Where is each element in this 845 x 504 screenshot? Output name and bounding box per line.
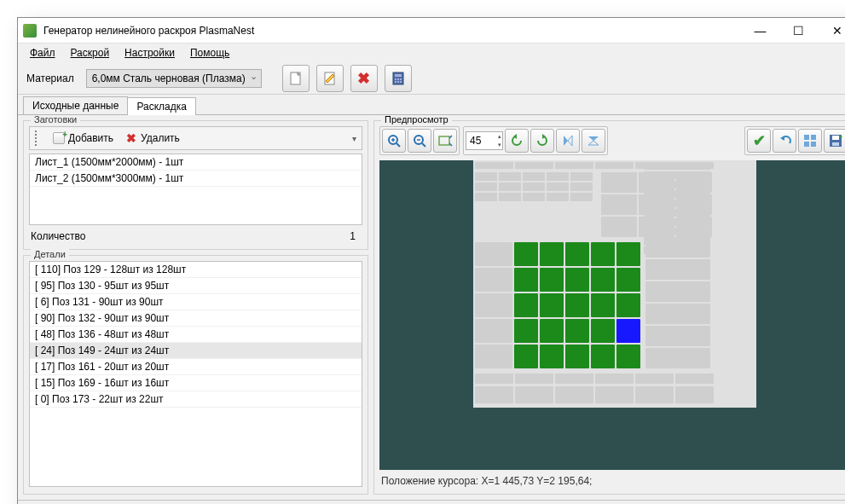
nested-part xyxy=(514,319,538,343)
zoom-in-icon xyxy=(386,133,402,148)
app-icon xyxy=(23,24,37,38)
sheets-list[interactable]: Лист_1 (1500мм*2000мм) - 1штЛист_2 (1500… xyxy=(29,154,362,225)
calculate-button[interactable] xyxy=(385,65,412,92)
close-button[interactable]: ✕ xyxy=(818,19,845,43)
nested-part xyxy=(514,293,538,317)
nested-part xyxy=(616,242,640,266)
svg-rect-24 xyxy=(832,142,839,146)
apply-button[interactable]: ✔ xyxy=(747,129,771,153)
svg-line-15 xyxy=(422,143,425,147)
nested-part xyxy=(595,374,634,384)
list-item[interactable]: [ 6] Поз 131 - 90шт из 90шт xyxy=(30,294,362,310)
delete-icon: ✖ xyxy=(125,132,137,144)
menu-file[interactable]: Файл xyxy=(23,45,62,61)
minimize-button[interactable]: — xyxy=(741,19,779,43)
undo-button[interactable] xyxy=(773,129,796,153)
nested-part xyxy=(475,293,512,317)
nest-area xyxy=(473,160,756,408)
blanks-panel: Заготовки Добавить ✖Удалить ▾ Лист_1 (15… xyxy=(23,120,368,250)
preview-canvas[interactable] xyxy=(379,160,845,408)
preview-toolbar: 45 ✔ xyxy=(379,126,845,155)
angle-spinner[interactable]: 45 xyxy=(466,131,503,150)
nested-part xyxy=(547,172,569,181)
list-item[interactable]: [ 95] Поз 130 - 95шт из 95шт xyxy=(30,278,362,294)
rotate-ccw-button[interactable] xyxy=(505,129,529,153)
nested-part xyxy=(645,304,710,324)
menubar: Файл Раскрой Настройки Помощь xyxy=(18,43,845,62)
menu-help[interactable]: Помощь xyxy=(183,45,236,61)
window-title: Генератор нелинейного раскроя PlasmaNest xyxy=(43,25,741,37)
flip-vertical-button[interactable] xyxy=(556,129,580,153)
list-item[interactable]: [ 110] Поз 129 - 128шт из 128шт xyxy=(30,262,362,278)
svg-rect-19 xyxy=(811,135,816,140)
save-button[interactable] xyxy=(824,129,845,153)
parts-list[interactable]: [ 110] Поз 129 - 128шт из 128шт[ 95] Поз… xyxy=(29,261,362,487)
material-combo[interactable]: 6,0мм Сталь черновая (Плазма) xyxy=(86,69,262,88)
nested-part xyxy=(591,293,615,317)
nested-part xyxy=(475,374,513,384)
tab-layout[interactable]: Раскладка xyxy=(127,97,196,115)
svg-rect-17 xyxy=(439,136,449,145)
new-button[interactable] xyxy=(282,65,310,92)
flip-v-icon xyxy=(560,133,576,148)
nested-part xyxy=(565,293,589,317)
overflow-icon[interactable]: ▾ xyxy=(352,134,356,143)
nested-part xyxy=(475,268,512,292)
statusbar: Текущий файл проекта: D:\WORK\CAD_CAM\So… xyxy=(18,500,845,504)
menu-cut[interactable]: Раскрой xyxy=(64,45,117,61)
right-column: Предпросмотр 45 xyxy=(373,120,845,495)
nested-part xyxy=(644,171,710,179)
delete-material-button[interactable]: ✖ xyxy=(350,65,378,92)
svg-rect-6 xyxy=(400,78,402,80)
svg-rect-3 xyxy=(395,74,402,77)
details-legend: Детали xyxy=(31,249,69,259)
nested-part xyxy=(675,374,714,384)
list-item[interactable]: [ 24] Поз 149 - 24шт из 24шт xyxy=(30,343,362,359)
nested-part xyxy=(591,345,615,368)
nested-part xyxy=(547,193,569,201)
file-edit-icon xyxy=(322,71,338,86)
edit-button[interactable] xyxy=(316,65,344,92)
nested-part xyxy=(475,386,513,403)
nested-part xyxy=(565,268,589,292)
list-item[interactable]: [ 15] Поз 169 - 16шт из 16шт xyxy=(30,375,362,391)
grid-icon xyxy=(802,133,818,148)
material-toolbar: Материал 6,0мм Сталь черновая (Плазма) ✖ xyxy=(18,62,845,95)
nested-part xyxy=(595,386,634,403)
zoom-in-button[interactable] xyxy=(382,129,406,153)
menu-settings[interactable]: Настройки xyxy=(118,45,182,61)
nested-part xyxy=(475,162,513,169)
nested-part xyxy=(523,172,545,181)
toolbar-grip-icon xyxy=(35,130,38,146)
list-item[interactable]: [ 48] Поз 136 - 48шт из 48шт xyxy=(30,327,362,343)
cursor-position: Положение курсора: X=1 445,73 Y=2 195,64… xyxy=(379,470,845,489)
maximize-button[interactable]: ☐ xyxy=(779,19,818,43)
nested-part xyxy=(601,194,637,215)
grid-button[interactable] xyxy=(798,129,822,153)
flip-h-icon xyxy=(586,133,601,148)
nested-part xyxy=(540,345,564,368)
blanks-legend: Заготовки xyxy=(31,115,80,125)
list-item[interactable]: Лист_2 (1500мм*3000мм) - 1шт xyxy=(30,171,362,187)
zoom-out-button[interactable] xyxy=(408,129,431,153)
tab-source-data[interactable]: Исходные данные xyxy=(23,96,128,114)
nested-part xyxy=(547,182,569,191)
nested-part xyxy=(644,237,710,245)
zoom-fit-button[interactable] xyxy=(433,129,457,153)
delete-icon: ✖ xyxy=(357,69,370,88)
nested-part xyxy=(616,345,640,368)
material-label: Материал xyxy=(26,72,74,84)
add-blank-button[interactable]: Добавить xyxy=(53,132,113,144)
rotate-cw-button[interactable] xyxy=(530,129,554,153)
svg-rect-8 xyxy=(397,81,399,83)
list-item[interactable]: [ 90] Поз 132 - 90шт из 90шт xyxy=(30,310,362,327)
nested-part xyxy=(475,319,512,343)
nested-part xyxy=(565,345,589,368)
delete-blank-button[interactable]: ✖Удалить xyxy=(125,132,180,144)
list-item[interactable]: [ 0] Поз 173 - 22шт из 22шт xyxy=(30,391,362,408)
list-item[interactable]: [ 17] Поз 161 - 20шт из 20шт xyxy=(30,359,362,375)
list-item[interactable]: Лист_1 (1500мм*2000мм) - 1шт xyxy=(30,154,362,171)
flip-horizontal-button[interactable] xyxy=(582,129,605,153)
nested-part xyxy=(475,193,497,201)
add-icon xyxy=(53,132,65,144)
